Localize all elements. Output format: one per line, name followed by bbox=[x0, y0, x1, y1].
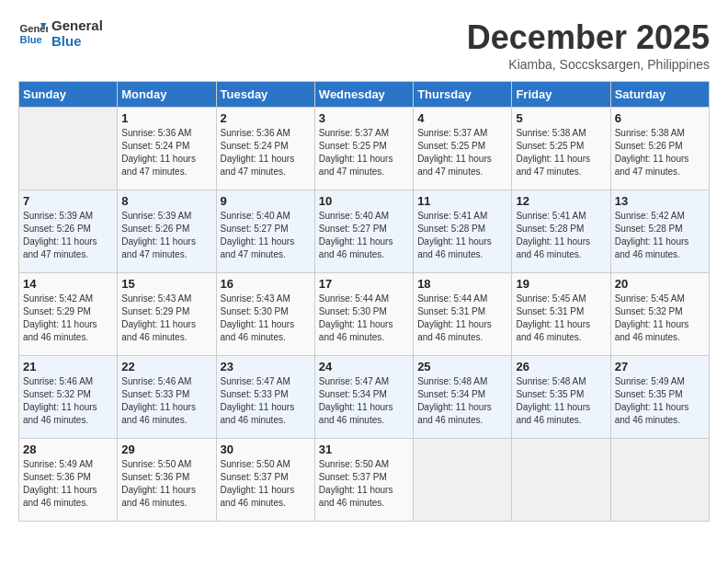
calendar-week-1: 1Sunrise: 5:36 AMSunset: 5:24 PMDaylight… bbox=[19, 108, 710, 190]
day-number: 26 bbox=[516, 360, 606, 373]
day-number: 7 bbox=[23, 194, 113, 208]
day-number: 16 bbox=[221, 277, 311, 291]
calendar-cell: 7Sunrise: 5:39 AMSunset: 5:26 PMDaylight… bbox=[19, 190, 118, 273]
column-header-friday: Friday bbox=[512, 82, 610, 108]
title-block: December 2025 Kiamba, Soccsksargen, Phil… bbox=[467, 18, 710, 72]
calendar-cell: 6Sunrise: 5:38 AMSunset: 5:26 PMDaylight… bbox=[610, 108, 709, 190]
calendar-cell: 16Sunrise: 5:43 AMSunset: 5:30 PMDayligh… bbox=[216, 273, 314, 356]
day-number: 1 bbox=[121, 111, 211, 125]
calendar-table: SundayMondayTuesdayWednesdayThursdayFrid… bbox=[18, 81, 710, 522]
calendar-cell bbox=[512, 439, 610, 522]
cell-info: Sunrise: 5:45 AMSunset: 5:32 PMDaylight:… bbox=[615, 293, 705, 344]
cell-info: Sunrise: 5:47 AMSunset: 5:34 PMDaylight:… bbox=[319, 375, 409, 427]
day-number: 19 bbox=[516, 277, 606, 291]
cell-info: Sunrise: 5:44 AMSunset: 5:31 PMDaylight:… bbox=[417, 293, 507, 344]
day-number: 31 bbox=[319, 442, 409, 456]
cell-info: Sunrise: 5:47 AMSunset: 5:33 PMDaylight:… bbox=[221, 375, 311, 427]
cell-info: Sunrise: 5:48 AMSunset: 5:35 PMDaylight:… bbox=[516, 375, 606, 427]
day-number: 11 bbox=[417, 194, 507, 208]
calendar-cell: 23Sunrise: 5:47 AMSunset: 5:33 PMDayligh… bbox=[216, 356, 314, 439]
day-number: 4 bbox=[417, 111, 507, 125]
column-header-thursday: Thursday bbox=[414, 82, 512, 108]
calendar-cell: 8Sunrise: 5:39 AMSunset: 5:26 PMDaylight… bbox=[118, 190, 216, 273]
calendar-week-3: 14Sunrise: 5:42 AMSunset: 5:29 PMDayligh… bbox=[19, 273, 710, 356]
cell-info: Sunrise: 5:38 AMSunset: 5:25 PMDaylight:… bbox=[516, 127, 606, 178]
cell-info: Sunrise: 5:36 AMSunset: 5:24 PMDaylight:… bbox=[221, 127, 311, 178]
cell-info: Sunrise: 5:46 AMSunset: 5:32 PMDaylight:… bbox=[23, 375, 113, 427]
day-number: 15 bbox=[121, 277, 211, 291]
calendar-week-5: 28Sunrise: 5:49 AMSunset: 5:36 PMDayligh… bbox=[19, 439, 710, 522]
calendar-cell: 30Sunrise: 5:50 AMSunset: 5:37 PMDayligh… bbox=[216, 439, 314, 522]
calendar-cell: 19Sunrise: 5:45 AMSunset: 5:31 PMDayligh… bbox=[512, 273, 610, 356]
calendar-cell: 24Sunrise: 5:47 AMSunset: 5:34 PMDayligh… bbox=[314, 356, 413, 439]
column-header-saturday: Saturday bbox=[610, 82, 709, 108]
calendar-cell: 1Sunrise: 5:36 AMSunset: 5:24 PMDaylight… bbox=[118, 108, 216, 190]
cell-info: Sunrise: 5:43 AMSunset: 5:29 PMDaylight:… bbox=[121, 293, 211, 344]
cell-info: Sunrise: 5:45 AMSunset: 5:31 PMDaylight:… bbox=[516, 293, 606, 344]
calendar-cell: 17Sunrise: 5:44 AMSunset: 5:30 PMDayligh… bbox=[314, 273, 413, 356]
month-title: December 2025 bbox=[467, 18, 710, 57]
calendar-cell: 2Sunrise: 5:36 AMSunset: 5:24 PMDaylight… bbox=[216, 108, 314, 190]
calendar-cell: 5Sunrise: 5:38 AMSunset: 5:25 PMDaylight… bbox=[512, 108, 610, 190]
day-number: 21 bbox=[23, 360, 113, 373]
calendar-cell: 18Sunrise: 5:44 AMSunset: 5:31 PMDayligh… bbox=[414, 273, 512, 356]
day-number: 8 bbox=[121, 194, 211, 208]
calendar-cell: 10Sunrise: 5:40 AMSunset: 5:27 PMDayligh… bbox=[314, 190, 413, 273]
cell-info: Sunrise: 5:50 AMSunset: 5:37 PMDaylight:… bbox=[319, 458, 409, 510]
calendar-week-4: 21Sunrise: 5:46 AMSunset: 5:32 PMDayligh… bbox=[19, 356, 710, 439]
cell-info: Sunrise: 5:37 AMSunset: 5:25 PMDaylight:… bbox=[417, 127, 507, 178]
column-header-monday: Monday bbox=[118, 82, 216, 108]
day-number: 14 bbox=[23, 277, 113, 291]
calendar-cell: 20Sunrise: 5:45 AMSunset: 5:32 PMDayligh… bbox=[610, 273, 709, 356]
column-header-wednesday: Wednesday bbox=[314, 82, 413, 108]
day-number: 6 bbox=[615, 111, 705, 125]
column-header-sunday: Sunday bbox=[19, 82, 118, 108]
calendar-cell: 4Sunrise: 5:37 AMSunset: 5:25 PMDaylight… bbox=[414, 108, 512, 190]
day-number: 2 bbox=[221, 111, 311, 125]
calendar-cell: 31Sunrise: 5:50 AMSunset: 5:37 PMDayligh… bbox=[314, 439, 413, 522]
day-number: 18 bbox=[417, 277, 507, 291]
cell-info: Sunrise: 5:39 AMSunset: 5:26 PMDaylight:… bbox=[121, 210, 211, 261]
day-number: 17 bbox=[319, 277, 409, 291]
day-number: 24 bbox=[319, 360, 409, 373]
cell-info: Sunrise: 5:41 AMSunset: 5:28 PMDaylight:… bbox=[516, 210, 606, 261]
logo-line1: General bbox=[51, 18, 103, 34]
calendar-cell: 28Sunrise: 5:49 AMSunset: 5:36 PMDayligh… bbox=[19, 439, 118, 522]
cell-info: Sunrise: 5:39 AMSunset: 5:26 PMDaylight:… bbox=[23, 210, 113, 261]
calendar-cell: 14Sunrise: 5:42 AMSunset: 5:29 PMDayligh… bbox=[19, 273, 118, 356]
cell-info: Sunrise: 5:44 AMSunset: 5:30 PMDaylight:… bbox=[319, 293, 409, 344]
calendar-cell: 12Sunrise: 5:41 AMSunset: 5:28 PMDayligh… bbox=[512, 190, 610, 273]
cell-info: Sunrise: 5:37 AMSunset: 5:25 PMDaylight:… bbox=[319, 127, 409, 178]
location-subtitle: Kiamba, Soccsksargen, Philippines bbox=[467, 57, 710, 72]
day-number: 25 bbox=[417, 360, 507, 373]
calendar-cell: 26Sunrise: 5:48 AMSunset: 5:35 PMDayligh… bbox=[512, 356, 610, 439]
calendar-cell: 22Sunrise: 5:46 AMSunset: 5:33 PMDayligh… bbox=[118, 356, 216, 439]
calendar-cell bbox=[414, 439, 512, 522]
day-number: 27 bbox=[615, 360, 705, 373]
logo: General Blue General Blue bbox=[18, 18, 103, 49]
day-number: 22 bbox=[121, 360, 211, 373]
cell-info: Sunrise: 5:49 AMSunset: 5:36 PMDaylight:… bbox=[23, 458, 113, 510]
cell-info: Sunrise: 5:46 AMSunset: 5:33 PMDaylight:… bbox=[121, 375, 211, 427]
cell-info: Sunrise: 5:50 AMSunset: 5:36 PMDaylight:… bbox=[121, 458, 211, 510]
day-number: 30 bbox=[221, 442, 311, 456]
calendar-cell: 29Sunrise: 5:50 AMSunset: 5:36 PMDayligh… bbox=[118, 439, 216, 522]
calendar-cell bbox=[19, 108, 118, 190]
calendar-cell: 15Sunrise: 5:43 AMSunset: 5:29 PMDayligh… bbox=[118, 273, 216, 356]
cell-info: Sunrise: 5:38 AMSunset: 5:26 PMDaylight:… bbox=[615, 127, 705, 178]
day-number: 23 bbox=[221, 360, 311, 373]
column-header-tuesday: Tuesday bbox=[216, 82, 314, 108]
calendar-cell bbox=[610, 439, 709, 522]
logo-icon: General Blue bbox=[18, 19, 48, 49]
header-row: SundayMondayTuesdayWednesdayThursdayFrid… bbox=[19, 82, 710, 108]
cell-info: Sunrise: 5:36 AMSunset: 5:24 PMDaylight:… bbox=[121, 127, 211, 178]
calendar-week-2: 7Sunrise: 5:39 AMSunset: 5:26 PMDaylight… bbox=[19, 190, 710, 273]
day-number: 10 bbox=[319, 194, 409, 208]
svg-text:Blue: Blue bbox=[20, 33, 42, 44]
calendar-cell: 9Sunrise: 5:40 AMSunset: 5:27 PMDaylight… bbox=[216, 190, 314, 273]
cell-info: Sunrise: 5:42 AMSunset: 5:28 PMDaylight:… bbox=[615, 210, 705, 261]
day-number: 13 bbox=[615, 194, 705, 208]
cell-info: Sunrise: 5:40 AMSunset: 5:27 PMDaylight:… bbox=[221, 210, 311, 261]
calendar-cell: 13Sunrise: 5:42 AMSunset: 5:28 PMDayligh… bbox=[610, 190, 709, 273]
day-number: 20 bbox=[615, 277, 705, 291]
